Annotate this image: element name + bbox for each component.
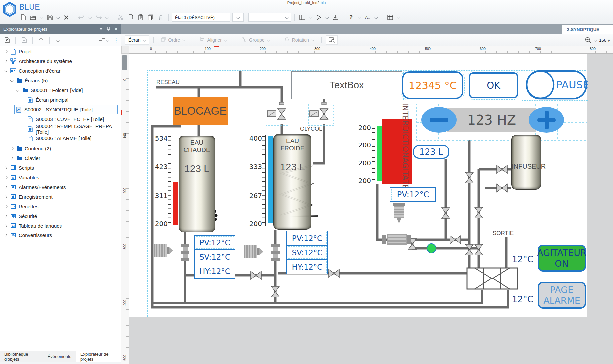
pv-gauge[interactable]: PV:12°C [194, 235, 235, 250]
tree-item-ecrans[interactable]: Écrans (5) [0, 76, 121, 85]
tree-item-scripts[interactable]: Scripts [0, 163, 121, 173]
split-view-icon[interactable] [298, 13, 306, 22]
tab-explorateur-projets[interactable]: Explorateur de projets [76, 351, 121, 362]
state-selector-dropdown[interactable] [232, 13, 244, 22]
tree-item-convertisseurs[interactable]: Convertisseurs [0, 230, 121, 240]
undo-dropdown[interactable] [87, 13, 93, 22]
sv-gauge[interactable]: SV:12°C [194, 249, 235, 264]
menu-ecran[interactable]: Écran [125, 35, 149, 45]
menu-groupe[interactable]: Groupe [238, 35, 273, 45]
tree-item-clavier[interactable]: Clavier [0, 153, 121, 163]
tree-item-s00003-cuve[interactable]: S00003 : CUVE_EC_EF [Toile] [0, 114, 121, 124]
tab-evenements[interactable]: Événements [43, 351, 76, 362]
textbox-widget[interactable]: TextBox [291, 71, 402, 99]
redo-button[interactable] [94, 13, 103, 22]
tab-bibliotheque-objets[interactable]: Bibliothèque d'objets [0, 351, 43, 362]
copy-icon[interactable] [126, 13, 135, 22]
cold-water-tank[interactable]: EAU FROIDE 123 L [273, 134, 311, 230]
tree-item-conception-ecran[interactable]: Conception d'écran [0, 66, 121, 76]
tree-item-variables[interactable]: X Variables [0, 173, 121, 182]
run-button[interactable] [314, 13, 323, 22]
sv-gauge[interactable]: SV:12°C [286, 245, 328, 260]
glycol-label[interactable]: GLYCOL [300, 126, 322, 132]
zoom-select-tool[interactable] [326, 35, 338, 45]
new-screen-icon[interactable] [3, 36, 11, 45]
hot-water-tank[interactable]: EAU CHAUDE 123 L [179, 136, 215, 232]
slider-decrease-button[interactable] [421, 107, 457, 133]
dock-option-icon[interactable] [99, 38, 105, 43]
split-view-dropdown[interactable] [308, 13, 313, 22]
run-dropdown[interactable] [324, 13, 330, 22]
ok-button[interactable]: OK [469, 72, 518, 98]
pause-button[interactable]: PAUSE [522, 69, 588, 101]
tree-item-enregistrement[interactable]: Enregistrement [0, 192, 121, 202]
move-down-icon[interactable] [54, 36, 62, 45]
download-button[interactable] [331, 13, 340, 22]
chevron-right-icon[interactable] [3, 167, 8, 169]
page-alarme-button[interactable]: PAGEALARME [538, 282, 586, 309]
chevron-right-icon[interactable] [3, 225, 8, 227]
tree-item-contenu[interactable]: Contenu (2) [0, 144, 121, 153]
reseau-label[interactable]: RESEAU [156, 79, 180, 86]
chevron-right-icon[interactable] [3, 50, 8, 53]
tree-item-ecran-principal[interactable]: Écran principal [0, 95, 121, 105]
duplicate-icon[interactable] [146, 13, 155, 22]
menu-rotation[interactable]: Rotation [281, 35, 317, 45]
font-tool-icon[interactable]: A [363, 13, 372, 22]
font-tool-dropdown[interactable] [373, 13, 379, 22]
chevron-right-icon[interactable] [3, 186, 8, 188]
infuseur-tank[interactable]: INFUSEUR [511, 135, 541, 190]
volume-display-box[interactable]: 123 L [413, 145, 449, 159]
chevron-right-icon[interactable] [3, 60, 8, 62]
chevron-right-icon[interactable] [3, 196, 8, 198]
pv-display-box[interactable]: PV:12°C [390, 187, 436, 202]
chevron-down-icon[interactable] [9, 79, 14, 82]
pin-icon[interactable] [107, 27, 110, 31]
sortie-label[interactable]: SORTIE [493, 230, 514, 237]
pv-gauge[interactable]: PV:12°C [286, 231, 328, 246]
menu-aligner[interactable]: Aligner [196, 35, 230, 45]
tree-item-s00004-remplissage[interactable]: S00004 : REMPLISSAGE_PREPA [Toile] [0, 124, 121, 134]
interdiction-agitateur-alarm[interactable]: INTERDICTIONAGITATEUR [382, 119, 412, 184]
save-button[interactable] [45, 13, 54, 22]
slider-increase-button[interactable] [529, 107, 564, 133]
tree-item-securite[interactable]: Sécurité [0, 211, 121, 221]
chevron-down-icon[interactable] [15, 89, 20, 91]
help-button[interactable]: ? [347, 13, 355, 22]
panel-menu-icon[interactable] [99, 28, 103, 30]
new-file-button[interactable] [19, 13, 27, 22]
more-options-icon[interactable]: ⋮ [114, 37, 119, 43]
zoom-dropdown[interactable] [594, 38, 597, 42]
grid-tool-dropdown[interactable] [396, 13, 401, 22]
move-up-icon[interactable] [37, 36, 45, 45]
agitateur-on-button[interactable]: AGITATEURON [538, 245, 586, 272]
chevron-down-icon[interactable] [3, 70, 8, 72]
state-selector[interactable]: État 0 (DÉSACTIVÉ) [172, 13, 230, 22]
save-dropdown[interactable] [55, 13, 61, 22]
tree-item-alarmes[interactable]: Alarmes/Événements [0, 182, 121, 192]
help-dropdown[interactable] [357, 13, 362, 22]
temperature-display[interactable]: 12345 °C [402, 71, 463, 99]
chevron-right-icon[interactable] [9, 157, 14, 159]
tree-item-tableau-langues[interactable]: Aあ Tableau de langues [0, 221, 121, 230]
tree-item-s00006-alarme[interactable]: S00006 : ALARME [Toile] [0, 134, 121, 143]
grid-tool-icon[interactable] [386, 13, 394, 22]
menu-ordre[interactable]: Ordre [158, 35, 188, 45]
chevron-right-icon[interactable] [3, 215, 8, 217]
tree-item-architecture[interactable]: Architecture du système [0, 56, 121, 66]
chevron-right-icon[interactable] [3, 205, 8, 208]
vertical-scrollbar-thumb[interactable] [122, 55, 127, 70]
undo-button[interactable] [77, 13, 86, 22]
tree-item-s00002-synoptique[interactable]: S00002 : SYNOPTIQUE [Toile] [14, 105, 118, 114]
frequency-slider-track[interactable]: 123 HZ [447, 108, 536, 132]
redo-dropdown[interactable] [104, 13, 109, 22]
tree-item-s00001-folder1[interactable]: S00001 : Folder1 [Vide] [0, 85, 121, 95]
panel-close-icon[interactable]: ✕ [114, 26, 118, 32]
tree-item-recettes[interactable]: Recettes [0, 202, 121, 211]
hy-gauge[interactable]: HY:12°C [286, 259, 328, 274]
add-item-icon[interactable] [20, 36, 28, 45]
cut-icon[interactable] [116, 13, 125, 22]
chevron-right-icon[interactable] [3, 176, 8, 179]
hy-gauge[interactable]: HY:12°C [194, 264, 235, 279]
document-tab-synoptique[interactable]: 2:SYNOPTIQUE [562, 25, 613, 34]
